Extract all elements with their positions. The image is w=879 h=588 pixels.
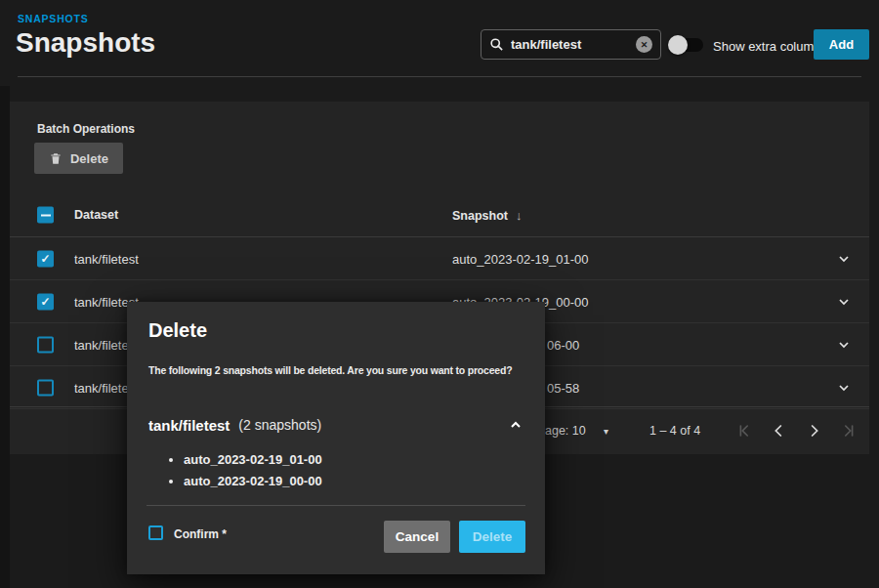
group-snapshot-count: (2 snapshots) <box>238 417 321 433</box>
items-per-page-label: age: 10 <box>545 424 586 438</box>
dialog-divider <box>146 505 525 506</box>
cancel-button[interactable]: Cancel <box>384 521 450 553</box>
confirm-label: Confirm * <box>174 527 227 541</box>
paginator-range-label: 1 – 4 of 4 <box>649 424 700 438</box>
snapshot-cell: auto_2023-02-19_01-00 <box>452 251 589 266</box>
batch-operations-label: Batch Operations <box>37 122 135 136</box>
dialog-title: Delete <box>148 319 207 342</box>
search-input[interactable] <box>511 37 629 52</box>
breadcrumb[interactable]: SNAPSHOTS <box>18 13 89 24</box>
check-icon: ✓ <box>40 296 50 308</box>
search-icon <box>489 37 504 52</box>
snapshot-list-item: auto_2023-02-19_01-00 <box>184 449 322 471</box>
trash-icon <box>49 151 63 166</box>
dataset-cell: tank/filetest <box>74 251 139 266</box>
indeterminate-mark <box>41 214 51 216</box>
delete-dialog: Delete The following 2 snapshots will be… <box>127 302 545 574</box>
group-dataset-name: tank/filetest <box>148 417 230 434</box>
show-extra-columns-toggle[interactable] <box>668 35 705 55</box>
row-checkbox[interactable] <box>37 379 54 396</box>
delete-button[interactable]: Delete <box>459 521 525 553</box>
show-extra-columns-label: Show extra columns <box>713 39 827 54</box>
row-checkbox[interactable] <box>37 336 54 353</box>
first-page-button[interactable] <box>736 424 751 439</box>
items-per-page-caret-icon[interactable]: ▾ <box>604 426 608 437</box>
row-checkbox[interactable]: ✓ <box>37 250 54 267</box>
column-header-snapshot-label: Snapshot <box>452 208 508 222</box>
next-page-button[interactable] <box>807 424 821 439</box>
chevron-down-icon[interactable] <box>836 294 852 310</box>
left-edge-strip <box>0 86 10 588</box>
batch-delete-button[interactable]: Delete <box>34 143 123 174</box>
column-header-dataset[interactable]: Dataset <box>74 208 118 222</box>
dialog-message: The following 2 snapshots will be delete… <box>148 364 512 376</box>
header-divider <box>18 76 861 77</box>
row-checkbox[interactable]: ✓ <box>37 293 54 310</box>
table-row[interactable]: ✓ tank/filetest auto_2023-02-19_01-00 <box>10 237 869 280</box>
clear-search-icon[interactable]: ✕ <box>636 36 652 53</box>
last-page-button[interactable] <box>842 424 857 439</box>
chevron-down-icon[interactable] <box>836 251 852 267</box>
page-title: Snapshots <box>16 27 155 59</box>
add-button[interactable]: Add <box>814 29 869 60</box>
column-header-snapshot[interactable]: Snapshot ↓ <box>452 208 522 223</box>
snapshot-list: auto_2023-02-19_01-00 auto_2023-02-19_00… <box>184 449 322 492</box>
snapshot-cell: 06-00 <box>547 337 579 352</box>
snapshot-list-item: auto_2023-02-19_00-00 <box>184 471 322 492</box>
search-box[interactable]: ✕ <box>481 29 661 60</box>
check-icon: ✓ <box>40 253 50 265</box>
confirm-checkbox[interactable] <box>148 525 163 540</box>
table-header-row: Dataset Snapshot ↓ <box>10 193 869 237</box>
chevron-down-icon[interactable] <box>836 337 852 353</box>
batch-delete-label: Delete <box>70 151 108 166</box>
select-all-checkbox[interactable] <box>37 207 54 224</box>
toggle-thumb[interactable] <box>668 35 688 55</box>
chevron-up-icon[interactable] <box>508 417 523 433</box>
chevron-down-icon[interactable] <box>836 380 852 396</box>
previous-page-button[interactable] <box>772 424 786 439</box>
sort-descending-icon[interactable]: ↓ <box>516 208 523 223</box>
dataset-group-expander[interactable]: tank/filetest (2 snapshots) <box>148 412 523 438</box>
snapshot-cell: 05-58 <box>547 380 579 395</box>
